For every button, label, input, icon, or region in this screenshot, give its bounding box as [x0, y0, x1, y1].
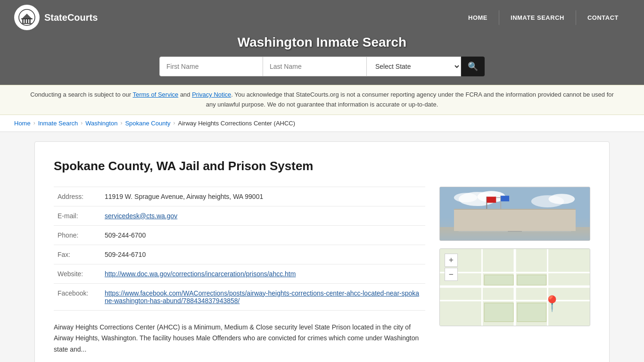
- map-background: [440, 249, 590, 326]
- map-container: + − 📍: [439, 248, 590, 326]
- privacy-notice-link[interactable]: Privacy Notice: [192, 91, 231, 98]
- svg-rect-40: [517, 303, 546, 321]
- search-icon: 🔍: [468, 61, 478, 72]
- website-label: Website:: [54, 264, 101, 283]
- info-right-column: + − 📍: [439, 187, 590, 326]
- svg-rect-1: [22, 19, 24, 23]
- breadcrumb-inmate-search[interactable]: Inmate Search: [38, 120, 78, 127]
- site-name-text: StateCourts: [44, 12, 98, 23]
- svg-rect-15: [459, 211, 571, 232]
- breadcrumb-county[interactable]: Spokane County: [125, 120, 170, 127]
- disclaimer-bar: Conducting a search is subject to our Te…: [0, 85, 644, 115]
- svg-rect-39: [484, 303, 513, 321]
- svg-rect-18: [482, 215, 490, 222]
- svg-rect-29: [501, 196, 509, 201]
- table-row-address: Address: 11919 W. Sprague Avenue, Airway…: [54, 187, 425, 206]
- header-title-area: Washington Inmate Search Select StateAla…: [0, 35, 644, 85]
- address-label: Address:: [54, 187, 101, 206]
- map-pin: 📍: [543, 295, 561, 313]
- svg-rect-14: [440, 227, 590, 240]
- phone-label: Phone:: [54, 225, 101, 245]
- search-bar: Select StateAlabamaAlaskaArizonaArkansas…: [9, 57, 635, 76]
- content-card: Spokane County, WA Jail and Prison Syste…: [34, 141, 610, 362]
- site-logo-link[interactable]: StateCourts: [14, 5, 98, 30]
- website-link[interactable]: http://www.doc.wa.gov/corrections/incarc…: [105, 270, 296, 278]
- svg-rect-20: [510, 215, 519, 222]
- page-main-title: Washington Inmate Search: [9, 35, 635, 50]
- map-zoom-out-button[interactable]: −: [445, 268, 458, 281]
- breadcrumb-current: Airway Heights Corrections Center (AHCC): [178, 120, 296, 127]
- disclaimer-text-2: and: [178, 91, 192, 98]
- website-value: http://www.doc.wa.gov/corrections/incarc…: [101, 264, 425, 283]
- breadcrumb-sep-1: ›: [33, 120, 35, 126]
- search-button[interactable]: 🔍: [461, 57, 485, 76]
- map-controls: + −: [445, 254, 458, 281]
- phone-value: 509-244-6700: [101, 225, 425, 245]
- svg-rect-37: [484, 275, 513, 285]
- svg-point-13: [549, 194, 575, 204]
- terms-of-service-link[interactable]: Terms of Service: [132, 91, 178, 98]
- info-layout: Address: 11919 W. Sprague Avenue, Airway…: [54, 187, 590, 355]
- map-svg: [440, 249, 590, 326]
- table-row-facebook: Facebook: https://www.facebook.com/WACor…: [54, 283, 425, 310]
- svg-rect-22: [538, 215, 547, 222]
- nav-home[interactable]: HOME: [457, 10, 499, 25]
- svg-rect-23: [553, 215, 561, 222]
- table-row-fax: Fax: 509-244-6710: [54, 245, 425, 264]
- logo-circle: [14, 5, 40, 30]
- svg-rect-38: [517, 275, 546, 285]
- nav-links-container: HOME INMATE SEARCH CONTACT: [457, 10, 630, 25]
- breadcrumb-sep-2: ›: [81, 120, 83, 126]
- fax-value: 509-244-6710: [101, 245, 425, 264]
- svg-rect-7: [21, 18, 33, 19]
- first-name-input[interactable]: [159, 57, 263, 76]
- email-link[interactable]: servicedesk@cts.wa.gov: [105, 212, 177, 220]
- nav-inmate-search[interactable]: INMATE SEARCH: [499, 10, 576, 25]
- nav-contact[interactable]: CONTACT: [576, 10, 630, 25]
- map-zoom-in-button[interactable]: +: [445, 254, 458, 267]
- top-navigation: StateCourts HOME INMATE SEARCH CONTACT: [0, 0, 644, 35]
- last-name-input[interactable]: [263, 57, 367, 76]
- table-row-website: Website: http://www.doc.wa.gov/correctio…: [54, 264, 425, 283]
- main-content: Spokane County, WA Jail and Prison Syste…: [20, 132, 624, 362]
- svg-rect-5: [21, 23, 33, 24]
- info-left-column: Address: 11919 W. Sprague Avenue, Airway…: [54, 187, 425, 355]
- fax-label: Fax:: [54, 245, 101, 264]
- facility-info-table: Address: 11919 W. Sprague Avenue, Airway…: [54, 187, 425, 311]
- disclaimer-text-3: . You acknowledge that StateCourts.org i…: [206, 91, 614, 108]
- disclaimer-text-1: Conducting a search is subject to our: [30, 91, 132, 98]
- svg-rect-19: [496, 215, 504, 222]
- facebook-link[interactable]: https://www.facebook.com/WACorrections/p…: [105, 289, 419, 304]
- breadcrumb-state[interactable]: Washington: [85, 120, 117, 127]
- svg-rect-3: [27, 19, 28, 23]
- facility-page-title: Spokane County, WA Jail and Prison Syste…: [54, 159, 590, 173]
- svg-rect-21: [524, 215, 533, 222]
- email-value: servicedesk@cts.wa.gov: [101, 206, 425, 225]
- state-select[interactable]: Select StateAlabamaAlaskaArizonaArkansas…: [367, 57, 461, 76]
- svg-rect-2: [25, 19, 26, 23]
- facility-image-svg: [440, 187, 590, 241]
- site-header: StateCourts HOME INMATE SEARCH CONTACT W…: [0, 0, 644, 85]
- svg-rect-24: [508, 222, 522, 231]
- svg-point-11: [454, 193, 478, 202]
- address-value: 11919 W. Sprague Avenue, Airway heights,…: [101, 187, 425, 206]
- breadcrumb: Home › Inmate Search › Washington › Spok…: [0, 115, 644, 132]
- table-row-phone: Phone: 509-244-6700: [54, 225, 425, 245]
- table-row-email: E-mail: servicedesk@cts.wa.gov: [54, 206, 425, 225]
- logo-icon: [18, 9, 35, 26]
- facebook-label: Facebook:: [54, 283, 101, 310]
- facility-description: Airway Heights Corrections Center (AHCC)…: [54, 322, 425, 355]
- facility-image: [439, 187, 590, 241]
- breadcrumb-sep-4: ›: [173, 120, 175, 126]
- email-label: E-mail:: [54, 206, 101, 225]
- facebook-value: https://www.facebook.com/WACorrections/p…: [101, 283, 425, 310]
- svg-rect-16: [459, 210, 571, 212]
- svg-rect-17: [468, 215, 477, 222]
- svg-rect-4: [29, 19, 31, 23]
- breadcrumb-home[interactable]: Home: [14, 120, 31, 127]
- svg-rect-26: [487, 197, 496, 203]
- breadcrumb-sep-3: ›: [120, 120, 122, 126]
